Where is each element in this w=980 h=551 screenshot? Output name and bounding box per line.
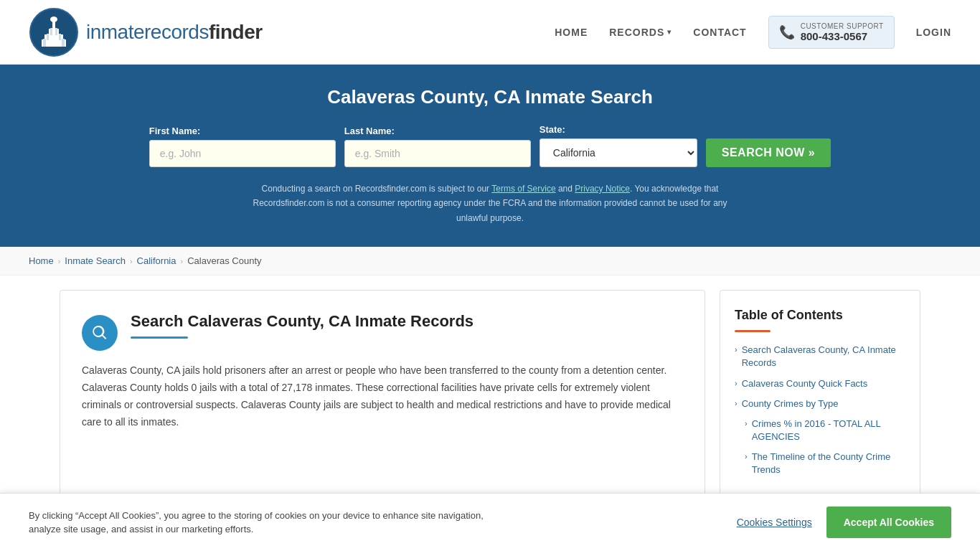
- state-select[interactable]: California: [540, 138, 697, 167]
- article-section: Search Calaveras County, CA Inmate Recor…: [60, 290, 705, 502]
- toc-item-1: › Search Calaveras County, CA Inmate Rec…: [735, 344, 905, 369]
- toc-chevron-1: ›: [735, 345, 738, 354]
- toc-title: Table of Contents: [735, 308, 905, 323]
- nav-contact[interactable]: CONTACT: [693, 27, 746, 38]
- phone-icon: 📞: [779, 24, 795, 40]
- toc-chevron-4: ›: [745, 419, 748, 428]
- hero-section: Calaveras County, CA Inmate Search First…: [0, 65, 980, 247]
- state-label: State:: [540, 124, 565, 135]
- site-header: inmaterecordsfinder HOME RECORDS ▾ CONTA…: [0, 0, 980, 65]
- nav-records[interactable]: RECORDS ▾: [609, 27, 672, 38]
- breadcrumb-state[interactable]: California: [137, 255, 176, 266]
- toc-chevron-3: ›: [735, 399, 738, 408]
- toc-item-2: › Calaveras County Quick Facts: [735, 377, 905, 390]
- hero-disclaimer: Conducting a search on Recordsfinder.com…: [239, 182, 741, 225]
- main-content: Search Calaveras County, CA Inmate Recor…: [31, 276, 949, 517]
- state-group: State: California: [540, 124, 697, 167]
- breadcrumb-current: Calaveras County: [187, 255, 261, 266]
- logo-text: inmaterecordsfinder: [86, 21, 263, 44]
- accept-cookies-button[interactable]: Accept All Cookies: [826, 507, 951, 517]
- chevron-down-icon: ▾: [667, 28, 672, 36]
- last-name-input[interactable]: [344, 140, 531, 167]
- last-name-label: Last Name:: [344, 126, 395, 136]
- article-title-area: Search Calaveras County, CA Inmate Recor…: [131, 312, 473, 339]
- svg-rect-11: [55, 28, 57, 35]
- terms-link[interactable]: Terms of Service: [491, 184, 555, 194]
- svg-point-5: [50, 17, 57, 22]
- svg-rect-9: [59, 34, 61, 40]
- breadcrumb-home[interactable]: Home: [29, 255, 54, 266]
- toc-item-4: › Crimes % in 2016 - TOTAL ALL AGENCIES: [735, 418, 905, 443]
- toc-link-3[interactable]: County Crimes by Type: [742, 397, 839, 410]
- toc-item-3: › County Crimes by Type: [735, 397, 905, 410]
- cookie-actions: Cookies Settings Accept All Cookies: [737, 507, 951, 517]
- svg-rect-10: [50, 28, 52, 35]
- article-header: Search Calaveras County, CA Inmate Recor…: [82, 312, 683, 351]
- cookie-text: By clicking “Accept All Cookies”, you ag…: [29, 509, 517, 517]
- breadcrumb-sep-3: ›: [181, 257, 184, 265]
- first-name-label: First Name:: [149, 126, 201, 136]
- svg-rect-6: [43, 39, 46, 47]
- toc-item-5: › The Timeline of the County Crime Trend…: [735, 451, 905, 476]
- support-label: CUSTOMER SUPPORT: [801, 22, 884, 30]
- main-nav: HOME RECORDS ▾ CONTACT 📞 CUSTOMER SUPPOR…: [555, 16, 951, 49]
- toc-link-4[interactable]: Crimes % in 2016 - TOTAL ALL AGENCIES: [752, 418, 905, 443]
- first-name-input[interactable]: [149, 140, 336, 167]
- hero-title: Calaveras County, CA Inmate Search: [29, 86, 951, 108]
- search-icon-circle: [82, 315, 118, 351]
- search-form: First Name: Last Name: State: California…: [29, 124, 951, 167]
- support-text: CUSTOMER SUPPORT 800-433-0567: [801, 22, 884, 42]
- toc-link-1[interactable]: Search Calaveras County, CA Inmate Recor…: [742, 344, 905, 369]
- article-title: Search Calaveras County, CA Inmate Recor…: [131, 312, 473, 331]
- search-button[interactable]: SEARCH NOW »: [706, 138, 831, 167]
- first-name-group: First Name:: [149, 126, 336, 167]
- breadcrumb-inmate-search[interactable]: Inmate Search: [65, 255, 126, 266]
- table-of-contents: Table of Contents › Search Calaveras Cou…: [720, 290, 920, 502]
- toc-list: › Search Calaveras County, CA Inmate Rec…: [735, 344, 905, 477]
- breadcrumb-sep-1: ›: [58, 257, 61, 265]
- title-underline: [131, 336, 188, 339]
- last-name-group: Last Name:: [344, 126, 531, 167]
- logo-icon: [29, 7, 79, 57]
- breadcrumb: Home › Inmate Search › California › Cala…: [0, 247, 980, 276]
- logo[interactable]: inmaterecordsfinder: [29, 7, 263, 57]
- toc-chevron-2: ›: [735, 379, 738, 387]
- toc-link-2[interactable]: Calaveras County Quick Facts: [742, 377, 868, 390]
- svg-rect-8: [47, 34, 49, 40]
- search-icon: [91, 324, 108, 342]
- toc-chevron-5: ›: [745, 452, 748, 461]
- toc-link-5[interactable]: The Timeline of the County Crime Trends: [752, 451, 905, 476]
- support-number: 800-433-0567: [801, 30, 884, 42]
- cookie-banner: By clicking “Accept All Cookies”, you ag…: [0, 493, 980, 517]
- customer-support-box[interactable]: 📞 CUSTOMER SUPPORT 800-433-0567: [768, 16, 895, 49]
- nav-home[interactable]: HOME: [555, 27, 588, 38]
- privacy-link[interactable]: Privacy Notice: [575, 184, 630, 194]
- toc-divider: [735, 330, 771, 332]
- svg-rect-7: [62, 39, 65, 47]
- article-body: Calaveras County, CA jails hold prisoner…: [82, 362, 683, 430]
- nav-login[interactable]: LOGIN: [916, 27, 951, 38]
- breadcrumb-sep-2: ›: [130, 257, 133, 265]
